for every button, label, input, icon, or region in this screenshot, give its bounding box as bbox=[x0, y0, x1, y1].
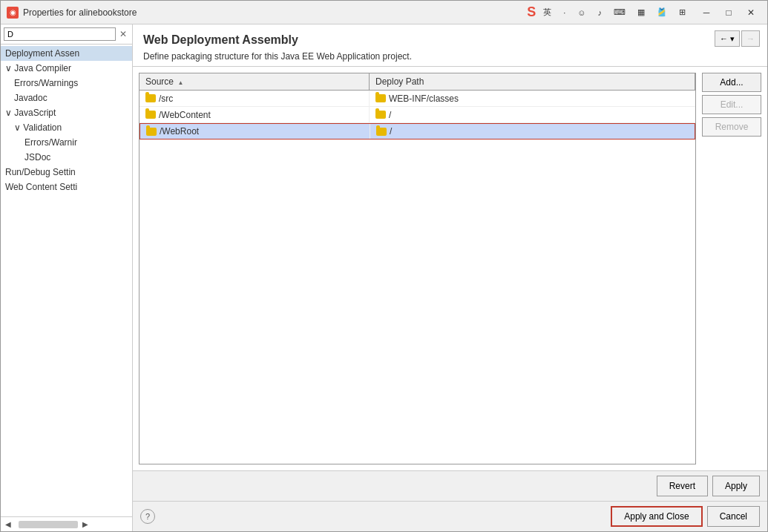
main-content: ✕ Deployment Assen ∨ Java Compiler Error… bbox=[1, 24, 767, 531]
sidebar-item-validation[interactable]: ∨ Validation bbox=[1, 120, 132, 135]
minimize-button[interactable]: ─ bbox=[696, 5, 717, 20]
table-body: /src WEB-INF/classes bbox=[140, 91, 695, 464]
source-value-1: /WebContent bbox=[159, 110, 211, 120]
column-header-source[interactable]: Source ▲ bbox=[140, 73, 370, 90]
column-deploy-label: Deploy Path bbox=[375, 76, 424, 87]
folder-icon bbox=[375, 111, 386, 119]
right-panel: Web Deployment Assembly Define packaging… bbox=[133, 24, 767, 470]
sogou-icon: S bbox=[527, 4, 536, 20]
taskbar: S 英 · ☺ ♪ ⌨ ▦ 🎽 ⊞ bbox=[527, 4, 690, 20]
close-button[interactable]: ✕ bbox=[741, 5, 761, 20]
scroll-right-button[interactable]: ▶ bbox=[78, 517, 93, 532]
apply-and-close-button[interactable]: Apply and Close bbox=[611, 506, 702, 527]
grid-icon[interactable]: ▦ bbox=[633, 6, 649, 19]
top-nav: ← ▾ → bbox=[715, 30, 760, 47]
help-button[interactable]: ? bbox=[140, 509, 155, 524]
revert-button[interactable]: Revert bbox=[657, 476, 708, 496]
scroll-left-button[interactable]: ◀ bbox=[1, 517, 16, 532]
main-window: ◉ Properties for alinebookstore S 英 · ☺ … bbox=[0, 0, 768, 532]
remove-button[interactable]: Remove bbox=[702, 117, 761, 137]
expand-icon: ∨ bbox=[14, 122, 23, 133]
sidebar-item-javascript[interactable]: ∨ JavaScript bbox=[1, 105, 132, 120]
sidebar-item-label: Errors/Warnings bbox=[14, 78, 78, 88]
sidebar-item-label: Javadoc bbox=[14, 93, 47, 103]
sidebar-item-run-debug[interactable]: Run/Debug Settin bbox=[1, 165, 132, 180]
search-clear-button[interactable]: ✕ bbox=[117, 28, 129, 40]
cell-source-1: /WebContent bbox=[140, 107, 370, 122]
windows-icon[interactable]: ⊞ bbox=[675, 6, 690, 19]
table-row[interactable]: /src WEB-INF/classes bbox=[140, 91, 695, 107]
cell-deploy-1: / bbox=[370, 107, 695, 122]
search-input[interactable] bbox=[4, 27, 116, 41]
window-title: Properties for alinebookstore bbox=[23, 7, 137, 18]
table-row[interactable]: /WebContent / bbox=[140, 107, 695, 123]
sidebar-item-label: JSDoc bbox=[24, 152, 50, 162]
edit-button[interactable]: Edit... bbox=[702, 95, 761, 114]
folder-icon bbox=[375, 94, 386, 102]
cell-source-0: /src bbox=[140, 91, 370, 106]
dot-icon[interactable]: · bbox=[559, 7, 570, 19]
shirt-icon[interactable]: 🎽 bbox=[652, 6, 672, 19]
folder-icon bbox=[145, 111, 156, 119]
panel-body: Source ▲ Deploy Path bbox=[133, 67, 767, 470]
bottom-row2: ? Apply and Close Cancel bbox=[133, 501, 767, 531]
cell-deploy-2: / bbox=[370, 124, 695, 139]
sidebar: ✕ Deployment Assen ∨ Java Compiler Error… bbox=[1, 24, 133, 531]
sort-indicator: ▲ bbox=[177, 79, 183, 86]
sidebar-item-javadoc[interactable]: Javadoc bbox=[1, 91, 132, 105]
sidebar-item-jsdoc[interactable]: JSDoc bbox=[1, 150, 132, 165]
table-row-selected[interactable]: /WebRoot / bbox=[140, 123, 695, 139]
bottom-bar: Revert Apply ? Apply and Close Cancel bbox=[133, 470, 767, 531]
side-buttons: Add... Edit... Remove bbox=[702, 73, 761, 464]
forward-button[interactable]: → bbox=[741, 30, 760, 47]
deploy-value-1: / bbox=[389, 110, 391, 120]
deploy-value-2: / bbox=[390, 126, 392, 137]
sidebar-item-label: Deployment Assen bbox=[5, 48, 79, 59]
sidebar-item-label: Java Compiler bbox=[14, 63, 71, 73]
sidebar-item-java-compiler[interactable]: ∨ Java Compiler bbox=[1, 61, 132, 76]
sidebar-item-label: JavaScript bbox=[14, 108, 56, 118]
sidebar-item-web-content[interactable]: Web Content Setti bbox=[1, 180, 132, 194]
deployment-table: Source ▲ Deploy Path bbox=[139, 73, 696, 464]
sidebar-item-label: Web Content Setti bbox=[5, 182, 77, 192]
expand-icon: ∨ bbox=[5, 63, 14, 73]
cell-source-2: /WebRoot bbox=[140, 124, 370, 139]
sidebar-scroll: ◀ ▶ bbox=[1, 516, 132, 531]
sidebar-item-label: Run/Debug Settin bbox=[5, 167, 76, 177]
back-button[interactable]: ← ▾ bbox=[715, 30, 740, 47]
maximize-button[interactable]: □ bbox=[718, 5, 739, 20]
sidebar-item-errors-warnir[interactable]: Errors/Warnir bbox=[1, 135, 132, 150]
add-button[interactable]: Add... bbox=[702, 73, 761, 92]
folder-icon bbox=[376, 128, 387, 136]
search-bar: ✕ bbox=[1, 24, 132, 45]
sidebar-item-deployment-assen[interactable]: Deployment Assen bbox=[1, 46, 132, 61]
panel-header: Web Deployment Assembly Define packaging… bbox=[133, 24, 767, 67]
panel-title: Web Deployment Assembly bbox=[143, 33, 757, 47]
folder-icon bbox=[145, 94, 156, 102]
folder-icon bbox=[146, 128, 157, 136]
mic-icon[interactable]: ♪ bbox=[594, 7, 607, 19]
table-header: Source ▲ Deploy Path bbox=[140, 73, 695, 91]
source-value-0: /src bbox=[159, 93, 173, 104]
title-bar-left: ◉ Properties for alinebookstore bbox=[7, 7, 137, 19]
app-icon: ◉ bbox=[7, 7, 19, 19]
sidebar-item-label: Validation bbox=[23, 122, 62, 133]
smile-icon[interactable]: ☺ bbox=[573, 7, 590, 19]
column-header-deploy[interactable]: Deploy Path bbox=[370, 73, 695, 90]
sidebar-scrollbar[interactable] bbox=[19, 521, 78, 528]
cell-deploy-0: WEB-INF/classes bbox=[370, 91, 695, 106]
title-bar: ◉ Properties for alinebookstore S 英 · ☺ … bbox=[1, 1, 767, 24]
column-source-label: Source bbox=[145, 76, 174, 87]
right-panel-wrapper: ← ▾ → Web Deployment Assembly Define pac… bbox=[133, 24, 767, 531]
sidebar-item-errors-warnings[interactable]: Errors/Warnings bbox=[1, 76, 132, 91]
window-controls: ─ □ ✕ bbox=[696, 5, 761, 20]
sidebar-tree: Deployment Assen ∨ Java Compiler Errors/… bbox=[1, 45, 132, 516]
cancel-button[interactable]: Cancel bbox=[707, 506, 760, 527]
expand-icon: ∨ bbox=[5, 108, 14, 118]
apply-button[interactable]: Apply bbox=[712, 476, 760, 496]
deploy-value-0: WEB-INF/classes bbox=[389, 93, 459, 104]
keyboard-icon[interactable]: ⌨ bbox=[609, 6, 630, 19]
lang-icon[interactable]: 英 bbox=[539, 5, 556, 19]
panel-description: Define packaging structure for this Java… bbox=[143, 51, 757, 62]
source-value-2: /WebRoot bbox=[160, 126, 199, 137]
